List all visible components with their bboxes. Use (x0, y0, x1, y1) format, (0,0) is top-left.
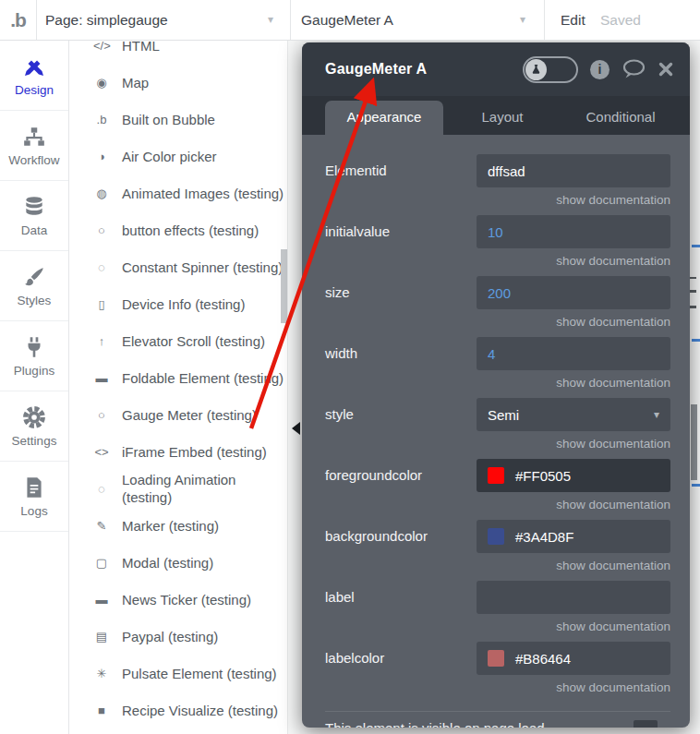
element-list-item[interactable]: ◌ Constant Spinner (testing) (69, 248, 287, 285)
field-input[interactable] (477, 581, 670, 614)
field-input[interactable]: 10 (477, 215, 670, 248)
experiment-toggle[interactable] (523, 56, 578, 83)
comment-icon[interactable] (622, 59, 646, 79)
show-documentation-link[interactable]: show documentation (477, 315, 670, 329)
show-documentation-link[interactable]: show documentation (477, 680, 670, 694)
device-icon: ▯ (93, 297, 110, 311)
selection-handle[interactable] (692, 339, 700, 342)
brush-icon (22, 265, 46, 289)
element-list-item[interactable]: ◉ Map (69, 64, 287, 101)
element-list-item[interactable]: ▯ Device Info (testing) (69, 285, 287, 322)
selection-handle[interactable] (692, 245, 700, 247)
element-label: Constant Spinner (testing) (122, 259, 283, 275)
show-documentation-link[interactable]: show documentation (477, 559, 670, 572)
element-list-item[interactable]: ▤ Paypal (testing) (69, 618, 287, 655)
element-list-item[interactable]: ▬ Foldable Element (testing) (69, 359, 287, 396)
field-size: size 200 show documentation (325, 276, 670, 337)
element-label: Modal (testing) (122, 555, 213, 571)
element-label: Pulsate Element (testing) (122, 666, 277, 681)
field-value: Semi (488, 407, 519, 423)
field-input[interactable]: 4 (477, 337, 670, 370)
element-list-item[interactable]: ◌ Loading Animation (testing) (69, 470, 287, 507)
element-list-item[interactable]: .b Built on Bubble (69, 101, 287, 138)
field-input[interactable]: 200 (477, 276, 670, 309)
show-documentation-link[interactable]: show documentation (477, 498, 670, 511)
panel-body: Elementid dffsad show documentation init… (302, 135, 690, 728)
nav-item-plugins[interactable]: Plugins (0, 321, 68, 391)
card-icon: ▤ (93, 630, 110, 644)
element-label: Paypal (testing) (122, 629, 218, 644)
color-swatch[interactable] (488, 467, 504, 484)
element-selector[interactable]: GaugeMeter A (301, 0, 393, 40)
page-selector-chevron-icon[interactable]: ▾ (268, 0, 273, 40)
tab-conditional[interactable]: Conditional (561, 101, 680, 135)
design-icon (22, 54, 46, 78)
bubble-logo[interactable]: .b (0, 0, 37, 40)
ticker-icon: ▬ (93, 593, 110, 607)
field-input[interactable]: #3A4D8F (477, 520, 670, 553)
nav-item-label: Workflow (8, 153, 59, 167)
element-list-item[interactable]: ■ Recipe Visualize (testing) (69, 692, 287, 728)
info-icon[interactable]: i (590, 60, 609, 79)
show-documentation-link[interactable]: show documentation (477, 254, 670, 268)
selection-handle[interactable] (692, 484, 700, 487)
element-list-item[interactable]: ▢ Modal (testing) (69, 544, 287, 581)
element-list-item[interactable]: ✎ Marker (testing) (69, 507, 287, 544)
show-documentation-link[interactable]: show documentation (477, 376, 670, 390)
color-swatch[interactable] (488, 650, 504, 667)
loading-icon: ◌ (93, 482, 110, 496)
field-label: Elementid (325, 154, 477, 215)
element-list-item[interactable]: ◑ Air Color picker (69, 138, 287, 174)
property-editor-panel: GaugeMeter A i Appearance Layout (302, 42, 690, 728)
element-list-item[interactable]: ✳ Pulsate Element (testing) (69, 655, 287, 692)
show-documentation-link[interactable]: show documentation (477, 620, 670, 633)
nav-item-settings[interactable]: Settings (0, 391, 68, 462)
show-documentation-link[interactable]: show documentation (477, 437, 670, 451)
close-icon[interactable] (658, 62, 673, 77)
modal-icon: ▢ (93, 556, 110, 570)
bubble-logo-icon: .b (93, 113, 110, 126)
field-input[interactable]: #FF0505 (477, 459, 670, 492)
field-backgroundcolor: backgroundcolor #3A4D8F show documentati… (325, 520, 670, 581)
element-list-scrollbar[interactable] (281, 249, 287, 323)
arrow-up-icon: ↑ (93, 334, 110, 348)
map-pin-icon: ◉ (93, 76, 110, 90)
field-label: labelcolor (325, 642, 477, 703)
field-label: width (325, 337, 477, 398)
nav-item-data[interactable]: Data (0, 181, 68, 251)
tab-layout[interactable]: Layout (443, 101, 561, 135)
page-selector[interactable]: Page: simplegauge (45, 0, 168, 40)
field-input[interactable]: #B86464 (477, 642, 670, 675)
element-list-item[interactable]: <> iFrame Embed (testing) (69, 433, 287, 470)
canvas-scrollbar[interactable] (691, 404, 697, 480)
element-list-item[interactable]: ▬ News Ticker (testing) (69, 581, 287, 618)
field-width: width 4 show documentation (325, 337, 670, 398)
field-label: size (325, 276, 477, 337)
tab-appearance[interactable]: Appearance (325, 101, 443, 135)
pulsate-icon: ✳ (93, 667, 110, 680)
top-toolbar: .b Page: simplegauge ▾ GaugeMeter A ▾ Ed… (0, 0, 700, 41)
element-list-item[interactable]: ○ button effects (testing) (69, 211, 287, 248)
show-documentation-link[interactable]: show documentation (477, 193, 670, 207)
visible-on-load-checkbox[interactable] (634, 720, 658, 728)
field-label: label (325, 581, 477, 642)
element-selector-chevron-icon[interactable]: ▾ (520, 0, 525, 40)
field-input[interactable]: dffsad (477, 154, 670, 187)
toolbar-divider (290, 0, 291, 40)
element-list-item[interactable]: ◍ Animated Images (testing) (69, 174, 287, 211)
nav-item-label: Logs (20, 504, 47, 518)
code-icon: </> (93, 41, 110, 53)
element-list-item[interactable]: ↑ Elevator Scroll (testing) (69, 322, 287, 359)
element-list-item[interactable]: </> HTML (69, 41, 287, 64)
field-initialvalue: initialvalue 10 show documentation (325, 215, 670, 276)
color-swatch[interactable] (488, 528, 504, 545)
edit-menu[interactable]: Edit (561, 0, 585, 40)
nav-item-styles[interactable]: Styles (0, 251, 68, 321)
panel-collapse-arrow[interactable] (292, 422, 300, 435)
nav-item-design[interactable]: Design (0, 41, 68, 111)
nav-item-logs[interactable]: Logs (0, 462, 68, 532)
field-input[interactable]: Semi▾ (477, 398, 670, 431)
element-label: Gauge Meter (testing) (122, 407, 257, 423)
nav-item-workflow[interactable]: Workflow (0, 111, 68, 181)
element-list-item[interactable]: ○ Gauge Meter (testing) (69, 396, 287, 433)
